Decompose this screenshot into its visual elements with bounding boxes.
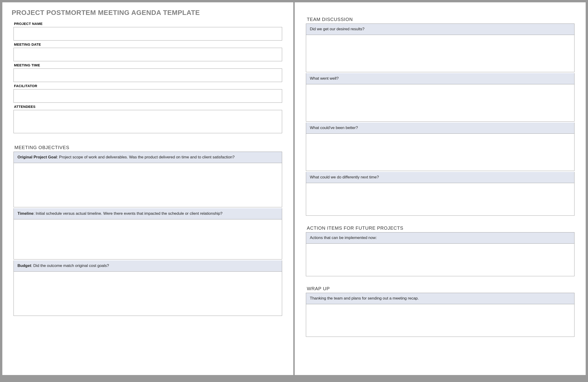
input-facilitator[interactable] — [14, 89, 282, 103]
title-meeting-objectives: MEETING OBJECTIVES — [14, 145, 282, 150]
discussion-response-well[interactable] — [306, 84, 574, 122]
objective-prompt-goal: Original Project Goal: Project scope of … — [14, 152, 282, 163]
objective-response-budget[interactable] — [14, 272, 282, 316]
field-meeting-date: MEETING DATE — [11, 42, 284, 61]
label-attendees: ATTENDEES — [14, 105, 282, 108]
title-wrap-up: WRAP UP — [306, 286, 574, 291]
wrap-up-response[interactable] — [306, 304, 574, 337]
field-facilitator: FACILITATOR — [11, 84, 284, 103]
title-action-items: ACTION ITEMS FOR FUTURE PROJECTS — [306, 226, 574, 231]
discussion-prompt-results: Did we get our desired results? — [306, 23, 574, 35]
objective-response-goal[interactable] — [14, 163, 282, 207]
discussion-prompt-better: What could've been better? — [306, 123, 574, 134]
section-meeting-objectives: MEETING OBJECTIVES Original Project Goal… — [11, 145, 284, 317]
discussion-response-results[interactable] — [306, 35, 574, 72]
objective-response-timeline[interactable] — [14, 219, 282, 259]
field-project-name: PROJECT NAME — [11, 22, 284, 41]
field-meeting-time: MEETING TIME — [11, 63, 284, 82]
objective-bold-goal: Original Project Goal — [18, 155, 57, 159]
page-divider — [294, 2, 294, 375]
document-spread: PROJECT POSTMORTEM MEETING AGENDA TEMPLA… — [2, 2, 586, 375]
input-project-name[interactable] — [14, 27, 282, 41]
objective-text-budget: : Did the outcome match original cost go… — [31, 263, 109, 268]
label-facilitator: FACILITATOR — [14, 84, 282, 88]
section-action-items: ACTION ITEMS FOR FUTURE PROJECTS Actions… — [304, 226, 577, 277]
discussion-prompt-differently: What could we do differently next time? — [306, 172, 574, 183]
objective-bold-timeline: Timeline — [18, 211, 34, 216]
objective-text-timeline: : Initial schedule versus actual timelin… — [34, 211, 223, 216]
objective-bold-budget: Budget — [18, 263, 31, 268]
label-meeting-time: MEETING TIME — [14, 63, 282, 67]
objective-prompt-budget: Budget: Did the outcome match original c… — [14, 260, 282, 272]
section-team-discussion: TEAM DISCUSSION Did we get our desired r… — [304, 17, 577, 217]
section-wrap-up: WRAP UP Thanking the team and plans for … — [304, 286, 577, 338]
label-meeting-date: MEETING DATE — [14, 42, 282, 46]
objective-text-goal: : Project scope of work and deliverables… — [57, 155, 235, 159]
label-project-name: PROJECT NAME — [14, 22, 282, 26]
title-team-discussion: TEAM DISCUSSION — [306, 17, 574, 22]
discussion-response-differently[interactable] — [306, 183, 574, 216]
input-attendees[interactable] — [14, 110, 282, 133]
discussion-prompt-well: What went well? — [306, 73, 574, 84]
doc-title: PROJECT POSTMORTEM MEETING AGENDA TEMPLA… — [12, 9, 284, 17]
objective-prompt-timeline: Timeline: Initial schedule versus actual… — [14, 208, 282, 219]
page-left: PROJECT POSTMORTEM MEETING AGENDA TEMPLA… — [2, 2, 293, 375]
discussion-response-better[interactable] — [306, 134, 574, 171]
field-attendees: ATTENDEES — [11, 105, 284, 134]
input-meeting-time[interactable] — [14, 68, 282, 82]
wrap-up-prompt: Thanking the team and plans for sending … — [306, 293, 574, 304]
action-items-response[interactable] — [306, 244, 574, 276]
input-meeting-date[interactable] — [14, 48, 282, 61]
page-right: TEAM DISCUSSION Did we get our desired r… — [295, 2, 586, 375]
action-items-prompt: Actions that can be implemented now: — [306, 232, 574, 244]
